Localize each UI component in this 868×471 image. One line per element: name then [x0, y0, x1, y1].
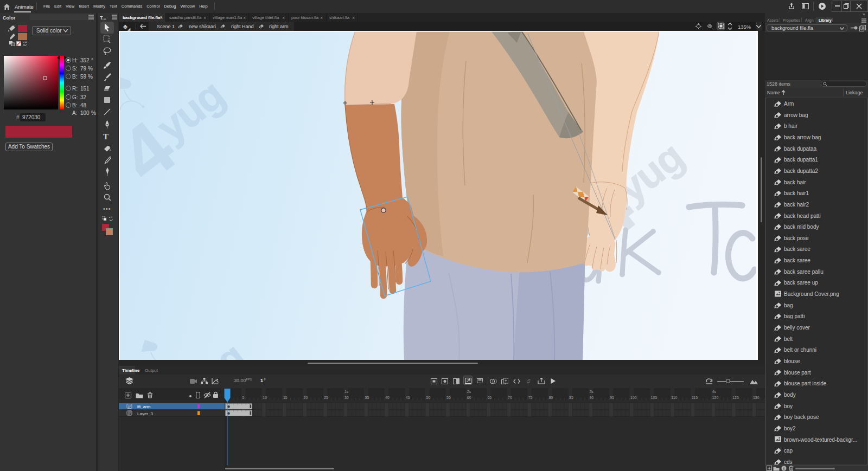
svg-text:Layer_3: Layer_3	[137, 411, 153, 416]
svg-text:90: 90	[590, 396, 594, 399]
svg-text:back dupataa: back dupataa	[784, 146, 816, 152]
svg-text:80: 80	[548, 396, 553, 399]
svg-text:arrow bag: arrow bag	[784, 112, 808, 118]
svg-text:back saree: back saree	[784, 246, 810, 252]
svg-text:60: 60	[467, 396, 471, 399]
svg-text:b hair: b hair	[784, 123, 798, 129]
svg-text:belt: belt	[784, 336, 793, 342]
svg-text:125: 125	[732, 396, 739, 399]
svg-text:4s: 4s	[712, 390, 717, 393]
svg-text:100: 100	[630, 396, 637, 399]
svg-text:55: 55	[446, 396, 451, 399]
svg-text:120: 120	[712, 396, 719, 399]
svg-text:cap: cap	[784, 448, 793, 454]
svg-text:3s: 3s	[590, 390, 594, 393]
svg-text:back saree: back saree	[784, 257, 810, 263]
svg-text:10: 10	[263, 396, 267, 399]
svg-text:95: 95	[610, 396, 614, 399]
svg-text:35: 35	[365, 396, 369, 399]
svg-text:cds: cds	[784, 459, 793, 465]
svg-text:85: 85	[569, 396, 573, 399]
svg-text:40: 40	[385, 396, 390, 399]
svg-text:5: 5	[242, 396, 245, 399]
svg-text:1s: 1s	[344, 390, 349, 393]
svg-text:brown-wood-textured-backgr...: brown-wood-textured-backgr...	[784, 437, 857, 443]
svg-text:back mid body: back mid body	[784, 224, 819, 230]
svg-text:back head patti: back head patti	[784, 213, 821, 219]
svg-text:back hair1: back hair1	[784, 190, 809, 196]
svg-text:70: 70	[508, 396, 512, 399]
svg-text:back pose: back pose	[784, 235, 809, 241]
svg-text:back hair: back hair	[784, 179, 806, 185]
svg-text:back saree pallu: back saree pallu	[784, 269, 824, 275]
svg-text:bag: bag	[784, 302, 793, 308]
svg-text:2s: 2s	[467, 390, 471, 393]
svg-text:back arrow bag: back arrow bag	[784, 134, 821, 140]
svg-text:bag patti: bag patti	[784, 313, 805, 319]
svg-text:back hair2: back hair2	[784, 202, 809, 208]
svg-text:110: 110	[671, 396, 677, 399]
svg-text:back dupatta2: back dupatta2	[784, 168, 818, 174]
svg-text:50: 50	[426, 396, 431, 399]
svg-text:45: 45	[406, 396, 410, 399]
svg-text:boy back pose: boy back pose	[784, 414, 819, 420]
svg-text:body: body	[784, 392, 796, 398]
svg-text:130: 130	[753, 396, 760, 399]
svg-text:25: 25	[324, 396, 328, 399]
svg-text:Background Cover.png: Background Cover.png	[784, 291, 839, 297]
svg-text:belly cover: belly cover	[784, 325, 810, 331]
svg-text:105: 105	[651, 396, 658, 399]
svg-text:back dupatta1: back dupatta1	[784, 157, 818, 163]
svg-text:boy2: boy2	[784, 425, 796, 431]
svg-text:blouse part inside: blouse part inside	[784, 380, 827, 386]
svg-text:15: 15	[283, 396, 288, 399]
svg-text:blouse: blouse	[784, 358, 800, 364]
svg-text:belt or chunni: belt or chunni	[784, 347, 816, 353]
svg-text:30: 30	[344, 396, 349, 399]
svg-text:115: 115	[692, 396, 698, 399]
svg-text:Arm: Arm	[784, 101, 794, 107]
svg-text:lft_arm: lft_arm	[137, 404, 151, 409]
svg-text:75: 75	[528, 396, 533, 399]
svg-text:boy: boy	[784, 403, 793, 409]
svg-text:blouse part: blouse part	[784, 370, 811, 376]
svg-text:back saree up: back saree up	[784, 280, 818, 286]
svg-text:65: 65	[487, 396, 492, 399]
svg-text:20: 20	[304, 396, 308, 399]
